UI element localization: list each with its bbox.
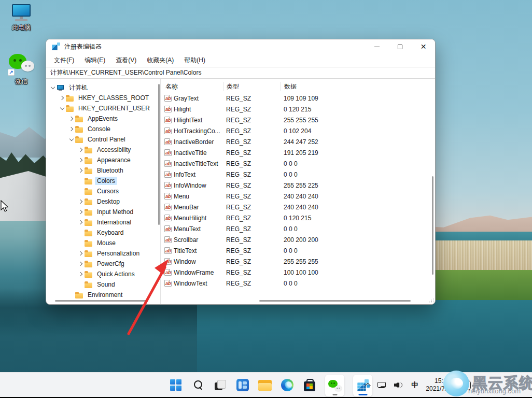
registry-value-row[interactable]: MenuHilight REG_SZ 0 120 215: [161, 212, 435, 223]
registry-value-row[interactable]: Menu REG_SZ 240 240 240: [161, 191, 435, 202]
menu-item[interactable]: 帮助(H): [179, 54, 211, 66]
tree-item[interactable]: Keyboard: [46, 228, 160, 238]
tree-item[interactable]: Appearance: [46, 155, 160, 165]
tree-item[interactable]: HKEY_CLASSES_ROOT: [46, 93, 160, 103]
tree-item[interactable]: Console: [46, 124, 160, 134]
expander-icon[interactable]: [77, 200, 85, 203]
titlebar[interactable]: 注册表编辑器 ✕: [46, 39, 435, 54]
list-vertical-scrollbar[interactable]: [432, 176, 433, 275]
expander-icon[interactable]: [49, 87, 57, 89]
registry-value-row[interactable]: InactiveTitleText REG_SZ 0 0 0: [161, 158, 435, 169]
registry-value-row[interactable]: Scrollbar REG_SZ 200 200 200: [161, 234, 435, 245]
resize-grip[interactable]: [428, 297, 433, 303]
registry-value-row[interactable]: MenuBar REG_SZ 240 240 240: [161, 202, 435, 212]
value-name: InactiveTitle: [174, 149, 207, 157]
registry-value-row[interactable]: InactiveTitle REG_SZ 191 205 219: [161, 147, 435, 158]
expander-icon[interactable]: [67, 127, 75, 131]
registry-value-row[interactable]: InfoText REG_SZ 0 0 0: [161, 169, 435, 180]
registry-value-row[interactable]: WindowFrame REG_SZ 100 100 100: [161, 267, 435, 278]
value-type: REG_SZ: [223, 247, 281, 254]
folder-icon: [75, 126, 83, 133]
maximize-button[interactable]: [388, 39, 412, 54]
registry-value-row[interactable]: InactiveBorder REG_SZ 244 247 252: [161, 136, 435, 147]
registry-value-row[interactable]: HotTrackingCo... REG_SZ 0 102 204: [161, 125, 435, 136]
registry-value-row[interactable]: Window REG_SZ 255 255 255: [161, 256, 435, 267]
expander-icon[interactable]: [58, 107, 66, 109]
value-name: WindowFrame: [174, 269, 214, 276]
value-type: REG_SZ: [223, 171, 281, 178]
expander-icon[interactable]: [77, 221, 85, 224]
input-method-indicator[interactable]: 中: [411, 380, 418, 390]
registry-value-row[interactable]: HilightText REG_SZ 255 255 255: [161, 115, 435, 125]
tree-item[interactable]: Cursors: [46, 186, 160, 196]
edge-button[interactable]: [281, 378, 294, 392]
tree-item[interactable]: Accessibility: [46, 145, 160, 155]
tree-item[interactable]: Desktop: [46, 196, 160, 207]
tree-item[interactable]: International: [46, 217, 160, 228]
menu-item[interactable]: 编辑(E): [79, 54, 110, 66]
expander-icon[interactable]: [77, 262, 85, 265]
tree-item[interactable]: HKEY_CURRENT_USER: [46, 103, 160, 113]
expander-icon[interactable]: [67, 138, 75, 140]
minimize-button[interactable]: [365, 39, 388, 54]
tree-vertical-scrollbar[interactable]: [158, 84, 160, 225]
value-name: MenuBar: [174, 204, 199, 211]
desktop-icon-this-pc[interactable]: 此电脑: [5, 4, 37, 32]
taskbar-search-button[interactable]: [191, 378, 205, 392]
minimize-icon: [374, 47, 380, 47]
registry-value-row[interactable]: MenuText REG_SZ 0 0 0: [161, 223, 435, 234]
expander-icon[interactable]: [77, 252, 85, 255]
value-name: Scrollbar: [174, 236, 198, 244]
tree-item[interactable]: PowerCfg: [46, 259, 160, 269]
expander-icon[interactable]: [77, 159, 85, 162]
reg-sz-icon: [164, 215, 172, 221]
tree-item[interactable]: Input Method: [46, 207, 160, 217]
wechat-taskbar-button[interactable]: [325, 375, 344, 396]
start-button[interactable]: [169, 378, 183, 392]
column-header-name[interactable]: 名称: [161, 82, 223, 91]
registry-value-row[interactable]: WindowText REG_SZ 0 0 0: [161, 278, 435, 289]
regedit-window: 注册表编辑器 ✕ 文件(F)编辑(E)查看(V)收藏夹(A)帮助(H) 计算机\…: [46, 39, 436, 305]
tree-item[interactable]: Sound: [46, 279, 160, 290]
registry-value-row[interactable]: TitleText REG_SZ 0 0 0: [161, 245, 435, 256]
file-explorer-button[interactable]: [258, 378, 272, 392]
tree-horizontal-scrollbar[interactable]: [55, 300, 146, 302]
volume-icon[interactable]: [394, 381, 403, 389]
address-bar[interactable]: 计算机\HKEY_CURRENT_USER\Control Panel\Colo…: [46, 67, 435, 79]
column-header-type[interactable]: 类型: [223, 82, 281, 91]
tree-item[interactable]: Mouse: [46, 238, 160, 248]
expander-icon[interactable]: [77, 210, 85, 214]
tree-item[interactable]: Environment: [46, 290, 160, 300]
network-icon[interactable]: [377, 381, 386, 389]
desktop-icon-wechat[interactable]: ↗ 微信: [5, 54, 37, 86]
list-horizontal-scrollbar[interactable]: [259, 300, 411, 302]
widgets-button[interactable]: [236, 378, 249, 392]
registry-values-list: GrayText REG_SZ 109 109 109 Hilight REG_…: [161, 93, 435, 289]
value-type: REG_SZ: [223, 160, 281, 167]
menu-item[interactable]: 文件(F): [49, 54, 79, 66]
column-header-data[interactable]: 数据: [281, 82, 435, 91]
expander-icon[interactable]: [77, 169, 85, 172]
task-view-button[interactable]: [214, 378, 227, 392]
tray-overflow-chevron-icon[interactable]: [365, 383, 371, 389]
tree-item[interactable]: Bluetooth: [46, 165, 160, 176]
store-button[interactable]: [303, 378, 316, 392]
expander-icon[interactable]: [58, 96, 66, 100]
tree-item[interactable]: Quick Actions: [46, 269, 160, 279]
menu-item[interactable]: 查看(V): [110, 54, 142, 66]
registry-value-row[interactable]: GrayText REG_SZ 109 109 109: [161, 93, 435, 104]
tree-item[interactable]: Control Panel: [46, 134, 160, 145]
menu-item[interactable]: 收藏夹(A): [142, 54, 179, 66]
tree-item[interactable]: AppEvents: [46, 113, 160, 124]
tree-item[interactable]: Colors: [46, 176, 160, 186]
registry-value-row[interactable]: Hilight REG_SZ 0 120 215: [161, 104, 435, 115]
expander-icon[interactable]: [67, 117, 75, 120]
value-type: REG_SZ: [223, 138, 281, 146]
registry-value-row[interactable]: InfoWindow REG_SZ 255 255 225: [161, 180, 435, 191]
expander-icon[interactable]: [77, 148, 85, 151]
expander-icon[interactable]: [77, 273, 85, 276]
value-type: REG_SZ: [223, 269, 281, 276]
tree-item[interactable]: Personalization: [46, 248, 160, 259]
close-button[interactable]: ✕: [412, 39, 435, 54]
tree-item[interactable]: 计算机: [46, 82, 160, 93]
